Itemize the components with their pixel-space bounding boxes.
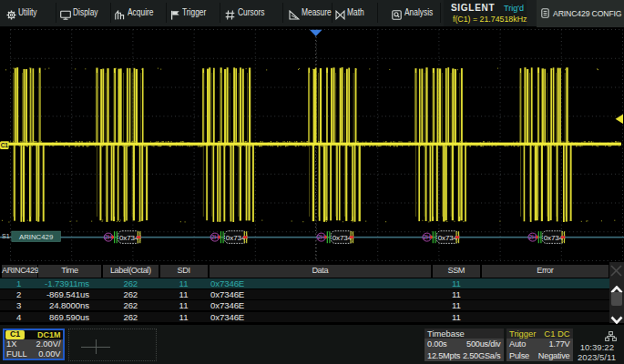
svg-text:0x734: 0x734 bbox=[226, 234, 246, 242]
svg-text:C1: C1 bbox=[1, 142, 9, 148]
svg-text:2H: 2H bbox=[318, 234, 326, 240]
svg-text:0x734: 0x734 bbox=[332, 234, 353, 242]
svg-text:0x734: 0x734 bbox=[119, 234, 139, 242]
svg-text:S1: S1 bbox=[2, 233, 10, 239]
svg-text:2H: 2H bbox=[105, 234, 113, 240]
svg-text:2H: 2H bbox=[424, 234, 432, 240]
svg-text:2H: 2H bbox=[211, 234, 220, 240]
svg-text:0x734: 0x734 bbox=[544, 234, 564, 242]
svg-text:ARINC429: ARINC429 bbox=[19, 233, 53, 241]
svg-text:2H: 2H bbox=[529, 234, 537, 240]
svg-text:0x734: 0x734 bbox=[438, 234, 458, 242]
